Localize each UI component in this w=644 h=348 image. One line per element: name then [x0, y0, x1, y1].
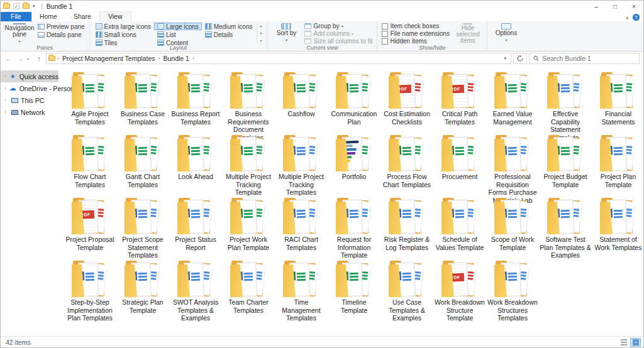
expand-chevron-icon[interactable]: › — [4, 85, 6, 91]
more-layouts-icon[interactable]: ▾ — [260, 38, 262, 43]
folder-item[interactable]: Risk Register & Log Templates — [380, 196, 433, 259]
folder-item[interactable]: PDF Critical Path Templates — [433, 70, 486, 133]
folder-item[interactable]: Earned Value Management — [486, 70, 539, 133]
folder-item[interactable]: Step-by-Step Implementation Plan Templat… — [64, 259, 116, 322]
folder-item[interactable]: Project Work Plan Template — [222, 196, 275, 259]
scroll-down-icon[interactable]: ▾ — [260, 31, 262, 35]
folder-item[interactable]: Use Case Templates & Examples — [380, 259, 433, 322]
folder-item[interactable]: Procuement — [433, 133, 486, 196]
expand-chevron-icon[interactable]: › — [4, 73, 6, 79]
folder-item[interactable]: Software Test Plan Templates & Examples — [539, 196, 592, 259]
scroll-up-icon[interactable]: ▴ — [260, 23, 262, 28]
folder-item[interactable]: Business Requirements Document Templates — [222, 70, 275, 133]
list-button[interactable]: List — [154, 31, 202, 38]
folder-content-area[interactable]: Agile Project Templates Business Case Te… — [58, 65, 643, 336]
item-check-boxes-checkbox[interactable]: Item check boxes — [380, 23, 452, 30]
folder-icon — [334, 196, 374, 235]
folder-item[interactable]: Gantt Chart Templates — [116, 133, 169, 196]
close-button[interactable]: × — [625, 1, 643, 12]
preview-pane-button[interactable]: Preview pane — [36, 23, 87, 30]
forward-button[interactable]: → — [15, 55, 25, 62]
refresh-button[interactable] — [513, 53, 527, 64]
small-icons-button[interactable]: Small icons — [92, 31, 154, 38]
customize-toolbar-icon[interactable]: ▾ — [33, 4, 35, 9]
folder-item[interactable]: Effective Capability Statement Template — [539, 70, 592, 133]
help-icon[interactable]: ? — [633, 14, 640, 21]
address-dropdown-icon[interactable]: ▾ — [501, 56, 509, 61]
extra-large-icons-button[interactable]: Extra large icons — [92, 23, 154, 30]
tab-file[interactable]: File — [1, 12, 31, 21]
folder-item[interactable]: Work Breakdown Structures Templates — [486, 259, 539, 322]
breadcrumb-current[interactable]: Bundle 1 — [162, 55, 190, 62]
folder-item[interactable]: Schedule of Values Template — [433, 196, 486, 259]
tab-view[interactable]: View — [99, 11, 131, 21]
folder-item[interactable]: RACI Chart Templates — [275, 196, 328, 259]
breadcrumb-parent[interactable]: Project Management Templates — [61, 55, 156, 62]
folder-item[interactable]: SWOT Analysis Templates & Examples — [169, 259, 222, 322]
back-button[interactable]: ← — [3, 55, 13, 62]
up-button[interactable]: ↑ — [34, 55, 44, 62]
folder-item[interactable]: PDF Cost Estimation Checklists — [380, 70, 433, 133]
folder-item[interactable]: Project Budget Template — [539, 133, 592, 196]
folder-item[interactable]: Flow Chart Templates — [64, 133, 116, 196]
details-view-button[interactable]: Details — [202, 31, 256, 38]
details-view-toggle[interactable] — [618, 338, 629, 347]
search-box[interactable] — [529, 53, 640, 64]
folder-item[interactable]: Portfolio — [328, 133, 380, 196]
folder-item[interactable]: Project Status Report — [169, 196, 222, 259]
collapse-ribbon-icon[interactable]: ▴ — [626, 15, 628, 20]
hide-selected-items-button[interactable]: Hide selected items — [452, 23, 484, 43]
search-input[interactable] — [542, 55, 635, 62]
sidebar-item-this-pc[interactable]: › This PC — [1, 94, 58, 106]
folder-item[interactable]: Financial Statements — [592, 70, 643, 133]
expand-chevron-icon[interactable]: › — [4, 109, 9, 115]
folder-item[interactable]: Team Charter Templates — [222, 259, 275, 322]
large-icons-button[interactable]: Large icons — [154, 23, 202, 30]
navigation-pane-button[interactable]: Navigation pane ▾ — [3, 23, 36, 43]
folder-item[interactable]: Scope of Work Template — [486, 196, 539, 259]
ribbon-tab-row: File Home Share View ▴ ? — [1, 12, 643, 21]
new-folder-icon[interactable] — [23, 4, 30, 9]
folder-item[interactable]: Agile Project Templates — [64, 70, 116, 133]
medium-icons-button[interactable]: Medium icons — [202, 23, 256, 30]
folder-item[interactable]: Process Flow Chart Templates — [380, 133, 433, 196]
properties-icon[interactable]: ✓ — [13, 3, 19, 9]
folder-item[interactable]: Strategic Plan Template — [116, 259, 169, 322]
sort-by-button[interactable]: Sort by ▾ — [270, 23, 303, 43]
folder-item[interactable]: Professional Requisition Forms Purchase … — [486, 133, 539, 196]
folder-item[interactable]: Cashflow — [275, 70, 328, 133]
hidden-items-checkbox[interactable]: Hidden items — [380, 38, 452, 45]
tab-share[interactable]: Share — [65, 12, 99, 21]
folder-item[interactable]: Business Report Templates — [169, 70, 222, 133]
folder-item[interactable]: Project Plan Template — [592, 133, 643, 196]
minimize-button[interactable]: – — [587, 1, 606, 12]
folder-item[interactable]: Timeline Template — [328, 259, 380, 322]
folder-item[interactable]: Multiple Project Tracking Templates — [275, 133, 328, 196]
folder-item[interactable]: Request for Information Template — [328, 196, 380, 259]
folder-item[interactable]: Multiple Project Tracking Template — [222, 133, 275, 196]
tab-home[interactable]: Home — [31, 12, 65, 21]
options-button[interactable]: Options ▾ — [490, 23, 523, 43]
large-icons-view-toggle[interactable] — [630, 338, 641, 347]
recent-locations-icon[interactable]: ▾ — [27, 57, 32, 61]
details-pane-button[interactable]: Details pane — [36, 31, 87, 38]
folder-item[interactable]: Project Scope Statement Templates — [116, 196, 169, 259]
folder-item[interactable]: Time Management Templates — [275, 259, 328, 322]
folder-item[interactable]: PDF Work Breakdown Structure Template — [433, 259, 486, 322]
folder-item[interactable]: Business Case Templates — [116, 70, 169, 133]
address-box[interactable]: › Project Management Templates › Bundle … — [46, 53, 511, 64]
file-name-extensions-checkbox[interactable]: File name extensions — [380, 30, 452, 37]
sidebar-item-onedrive-personal[interactable]: › OneDrive - Personal — [1, 82, 58, 94]
sidebar-item-quick-access[interactable]: › Quick access — [1, 70, 58, 82]
folder-item[interactable]: Statement of Work Templates — [592, 196, 643, 259]
folder-label: Agile Project Templates — [64, 110, 116, 126]
folder-item[interactable]: Communication Plan — [328, 70, 380, 133]
sidebar-item-network[interactable]: › Network — [1, 106, 58, 118]
group-by-button[interactable]: Group by ▾ — [303, 23, 374, 30]
add-columns-button[interactable]: Add columns ▾ — [303, 30, 374, 37]
folder-item[interactable]: PDF Project Proposal Template — [64, 196, 116, 259]
expand-chevron-icon[interactable]: › — [4, 97, 9, 103]
folder-item[interactable]: Look Ahead — [169, 133, 222, 196]
size-all-columns-button[interactable]: Size all columns to fit — [303, 38, 374, 45]
maximize-button[interactable]: □ — [606, 1, 625, 12]
